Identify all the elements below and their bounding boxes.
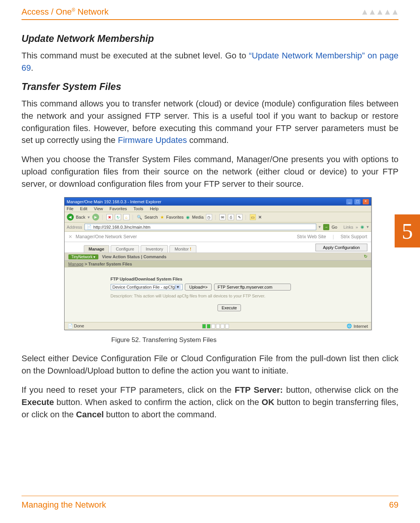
search-icon[interactable]: 🔍 <box>137 215 142 220</box>
mail-icon[interactable]: ✉ <box>219 214 226 220</box>
figure-caption: Figure 52. Transferring System Files <box>22 336 398 344</box>
tab-inventory[interactable]: Inventory <box>141 245 168 252</box>
antivirus-icon[interactable]: ◉ <box>360 224 364 229</box>
text: command. <box>187 135 229 145</box>
page-icon: 📄 <box>68 324 73 328</box>
footer-left: Managing the Network <box>22 500 106 510</box>
logo-icon: ▲▲▲▲▲ <box>360 7 398 17</box>
folder-icon[interactable]: ▭ <box>250 214 256 220</box>
paragraph: This command must be executed at the sub… <box>22 50 398 74</box>
link-strix-site[interactable]: Strix Web Site <box>297 234 326 239</box>
tab-monitor[interactable]: Monitor! <box>169 245 196 252</box>
stop-icon[interactable]: ✖ <box>106 214 113 220</box>
apply-configuration-button[interactable]: Apply Configuration <box>315 244 367 251</box>
text: button. When asked to confirm the action… <box>54 397 261 407</box>
paragraph: Select either Device Configuration File … <box>22 352 398 377</box>
address-value: http://192.168.0.3/nc/main.htm <box>93 225 151 229</box>
edit-icon[interactable]: ✎ <box>236 214 242 220</box>
registered-mark: ® <box>72 7 75 13</box>
text: button, otherwise click on the <box>283 385 398 395</box>
description-text: Description: This action will Upload apC… <box>111 294 348 298</box>
favorites-icon[interactable]: ★ <box>160 215 164 220</box>
chevron-down-icon: ▼ <box>175 285 181 289</box>
media-label[interactable]: Media <box>192 215 204 219</box>
sub-bar: TinyNetwork ▾ View Action Status | Comma… <box>65 253 371 261</box>
brand-suffix: Network <box>75 7 109 17</box>
paragraph: If you need to reset your FTP parameters… <box>22 384 398 421</box>
paragraph: When you choose the Transfer System File… <box>22 153 398 190</box>
back-label[interactable]: Back <box>76 215 85 219</box>
brand-prefix: Access / One <box>22 7 72 17</box>
crumb-manage[interactable]: Manage <box>68 262 84 266</box>
breadcrumb: Manage > Transfer System Files <box>65 261 371 267</box>
minimize-icon[interactable]: _ <box>346 199 352 204</box>
main-panel: FTP Upload/Download System Files Device … <box>65 267 371 322</box>
menu-help[interactable]: Help <box>150 206 159 211</box>
favorites-label[interactable]: Favorites <box>166 215 184 219</box>
media-icon[interactable]: ◉ <box>186 215 190 220</box>
internet-zone-icon: 🌐 <box>347 324 352 329</box>
close-icon[interactable]: × <box>363 199 369 204</box>
menu-tools[interactable]: Tools <box>133 206 143 211</box>
select-value: Device Configuration File - apCfg <box>113 285 175 289</box>
link-firmware-updates[interactable]: Firmware Updates <box>118 135 187 145</box>
menu-edit[interactable]: Edit <box>80 206 87 211</box>
status-done: Done <box>74 324 84 328</box>
section-heading-update-membership: Update Network Membership <box>22 33 398 44</box>
bold-ok: OK <box>262 397 274 407</box>
page-icon: 📄 <box>86 224 92 229</box>
history-icon[interactable]: ◷ <box>206 214 212 220</box>
app-tabs: Manage Configure Inventory Monitor! Appl… <box>65 242 371 253</box>
screenshot-ie-window: Manager/One Main 192.168.0.3 - Internet … <box>64 197 372 330</box>
search-label[interactable]: Search <box>144 215 158 219</box>
back-icon[interactable]: ◄ <box>67 214 74 221</box>
text: . <box>31 63 33 73</box>
chapter-tab: 5 <box>395 214 420 247</box>
home-icon[interactable]: ⌂ <box>123 214 129 220</box>
maximize-icon[interactable]: □ <box>354 199 360 204</box>
crumb-current: > Transfer System Files <box>83 262 132 266</box>
upload-button[interactable]: Upload=> <box>185 284 212 291</box>
execute-button[interactable]: Execute <box>217 304 241 311</box>
refresh-icon[interactable]: ↻ <box>115 214 121 220</box>
window-title: Manager/One Main 192.168.0.3 - Internet … <box>67 199 161 204</box>
bold-ftp-server: FTP Server: <box>235 385 283 395</box>
address-input[interactable]: 📄 http://192.168.0.3/nc/main.htm <box>85 224 316 230</box>
text: button to abort the command. <box>104 410 217 419</box>
status-zone: Internet <box>354 324 368 329</box>
strix-logo-icon: ✕ <box>68 234 72 239</box>
tab-monitor-label: Monitor <box>174 247 189 251</box>
footer-page-number: 69 <box>389 500 398 510</box>
strix-x-icon[interactable]: ✕ <box>258 215 262 220</box>
page-footer: Managing the Network 69 <box>22 496 398 510</box>
network-pill-label: TinyNetwork <box>71 255 93 259</box>
progress-segments <box>202 324 229 329</box>
menu-favorites[interactable]: Favorites <box>110 206 127 211</box>
links-label[interactable]: Links <box>344 225 354 229</box>
panel-title: FTP Upload/Download System Files <box>111 277 348 281</box>
paragraph: This command allows you to transfer netw… <box>22 98 398 147</box>
go-label[interactable]: Go <box>332 225 337 229</box>
forward-icon[interactable]: ► <box>92 214 99 221</box>
subbar-text[interactable]: View Action Status | Commands <box>102 254 167 259</box>
file-type-select[interactable]: Device Configuration File - apCfg ▼ <box>111 284 183 290</box>
status-bar: 📄 Done 🌐 Internet <box>65 322 371 330</box>
bold-execute: Execute <box>22 397 54 407</box>
window-titlebar: Manager/One Main 192.168.0.3 - Internet … <box>65 198 371 206</box>
tab-configure[interactable]: Configure <box>111 245 139 252</box>
ftp-server-button[interactable]: FTP Server:ftp.myserver.com <box>214 284 291 291</box>
network-pill[interactable]: TinyNetwork ▾ <box>68 254 99 259</box>
page-header-brand: Access / One® Network <box>22 7 108 17</box>
toolbar: ◄ Back ▾ ► │ ✖ ↻ ⌂ │ 🔍Search ★Favorites … <box>65 212 371 222</box>
app-header: ✕ Manager/One Network Server Strix Web S… <box>65 232 371 242</box>
menu-view[interactable]: View <box>94 206 103 211</box>
print-icon[interactable]: ⎙ <box>228 214 234 220</box>
app-title: Manager/One Network Server <box>76 234 137 239</box>
refresh-icon[interactable]: ↻ <box>364 254 367 259</box>
link-strix-support[interactable]: Strix Support <box>340 234 367 239</box>
go-icon[interactable]: → <box>323 224 329 230</box>
menu-file[interactable]: File <box>67 206 74 211</box>
tab-manage[interactable]: Manage <box>84 245 110 252</box>
address-bar: Address 📄 http://192.168.0.3/nc/main.htm… <box>65 222 371 232</box>
menu-bar: File Edit View Favorites Tools Help <box>65 206 371 212</box>
